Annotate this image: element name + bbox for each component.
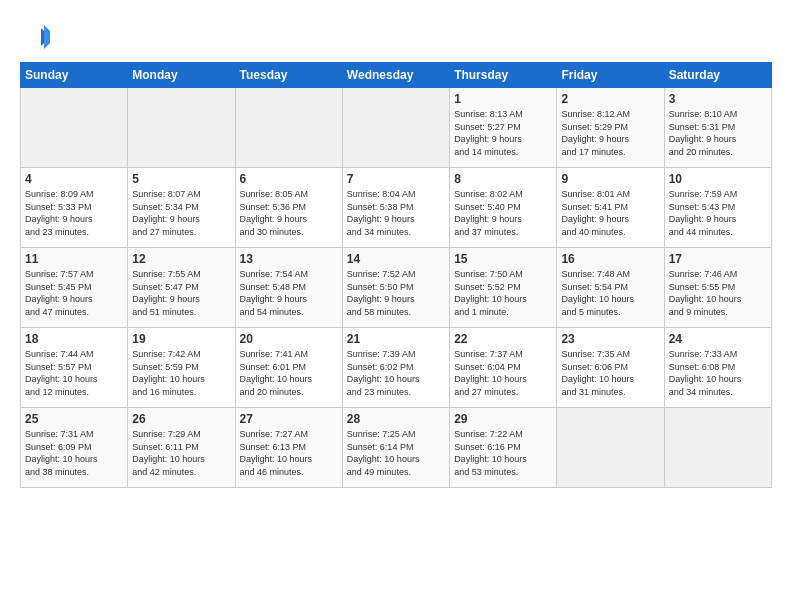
header-row: Sunday Monday Tuesday Wednesday Thursday…	[21, 63, 772, 88]
calendar-cell	[557, 408, 664, 488]
cell-info: Sunrise: 7:29 AM Sunset: 6:11 PM Dayligh…	[132, 428, 230, 478]
cell-info: Sunrise: 8:12 AM Sunset: 5:29 PM Dayligh…	[561, 108, 659, 158]
calendar-cell: 15Sunrise: 7:50 AM Sunset: 5:52 PM Dayli…	[450, 248, 557, 328]
calendar-cell: 1Sunrise: 8:13 AM Sunset: 5:27 PM Daylig…	[450, 88, 557, 168]
day-number: 4	[25, 172, 123, 186]
day-number: 16	[561, 252, 659, 266]
cell-info: Sunrise: 7:50 AM Sunset: 5:52 PM Dayligh…	[454, 268, 552, 318]
calendar-week-2: 4Sunrise: 8:09 AM Sunset: 5:33 PM Daylig…	[21, 168, 772, 248]
calendar-cell: 19Sunrise: 7:42 AM Sunset: 5:59 PM Dayli…	[128, 328, 235, 408]
day-number: 15	[454, 252, 552, 266]
day-number: 5	[132, 172, 230, 186]
col-monday: Monday	[128, 63, 235, 88]
calendar-cell: 12Sunrise: 7:55 AM Sunset: 5:47 PM Dayli…	[128, 248, 235, 328]
col-tuesday: Tuesday	[235, 63, 342, 88]
calendar-cell: 7Sunrise: 8:04 AM Sunset: 5:38 PM Daylig…	[342, 168, 449, 248]
cell-info: Sunrise: 7:33 AM Sunset: 6:08 PM Dayligh…	[669, 348, 767, 398]
cell-info: Sunrise: 8:04 AM Sunset: 5:38 PM Dayligh…	[347, 188, 445, 238]
calendar-table: Sunday Monday Tuesday Wednesday Thursday…	[20, 62, 772, 488]
calendar-body: 1Sunrise: 8:13 AM Sunset: 5:27 PM Daylig…	[21, 88, 772, 488]
svg-marker-1	[44, 25, 50, 49]
day-number: 20	[240, 332, 338, 346]
day-number: 21	[347, 332, 445, 346]
calendar-week-3: 11Sunrise: 7:57 AM Sunset: 5:45 PM Dayli…	[21, 248, 772, 328]
col-friday: Friday	[557, 63, 664, 88]
calendar-cell: 18Sunrise: 7:44 AM Sunset: 5:57 PM Dayli…	[21, 328, 128, 408]
cell-info: Sunrise: 7:48 AM Sunset: 5:54 PM Dayligh…	[561, 268, 659, 318]
calendar-cell: 17Sunrise: 7:46 AM Sunset: 5:55 PM Dayli…	[664, 248, 771, 328]
calendar-cell: 29Sunrise: 7:22 AM Sunset: 6:16 PM Dayli…	[450, 408, 557, 488]
calendar-cell: 26Sunrise: 7:29 AM Sunset: 6:11 PM Dayli…	[128, 408, 235, 488]
calendar-cell	[342, 88, 449, 168]
day-number: 25	[25, 412, 123, 426]
cell-info: Sunrise: 7:39 AM Sunset: 6:02 PM Dayligh…	[347, 348, 445, 398]
day-number: 6	[240, 172, 338, 186]
day-number: 23	[561, 332, 659, 346]
cell-info: Sunrise: 8:09 AM Sunset: 5:33 PM Dayligh…	[25, 188, 123, 238]
calendar-cell: 27Sunrise: 7:27 AM Sunset: 6:13 PM Dayli…	[235, 408, 342, 488]
header	[20, 20, 772, 52]
col-wednesday: Wednesday	[342, 63, 449, 88]
calendar-cell: 24Sunrise: 7:33 AM Sunset: 6:08 PM Dayli…	[664, 328, 771, 408]
calendar-cell	[664, 408, 771, 488]
cell-info: Sunrise: 8:13 AM Sunset: 5:27 PM Dayligh…	[454, 108, 552, 158]
cell-info: Sunrise: 8:10 AM Sunset: 5:31 PM Dayligh…	[669, 108, 767, 158]
calendar-cell: 14Sunrise: 7:52 AM Sunset: 5:50 PM Dayli…	[342, 248, 449, 328]
calendar-cell: 6Sunrise: 8:05 AM Sunset: 5:36 PM Daylig…	[235, 168, 342, 248]
calendar-cell: 22Sunrise: 7:37 AM Sunset: 6:04 PM Dayli…	[450, 328, 557, 408]
day-number: 8	[454, 172, 552, 186]
cell-info: Sunrise: 7:52 AM Sunset: 5:50 PM Dayligh…	[347, 268, 445, 318]
cell-info: Sunrise: 7:25 AM Sunset: 6:14 PM Dayligh…	[347, 428, 445, 478]
calendar-cell: 28Sunrise: 7:25 AM Sunset: 6:14 PM Dayli…	[342, 408, 449, 488]
calendar-cell: 10Sunrise: 7:59 AM Sunset: 5:43 PM Dayli…	[664, 168, 771, 248]
calendar-cell: 25Sunrise: 7:31 AM Sunset: 6:09 PM Dayli…	[21, 408, 128, 488]
cell-info: Sunrise: 7:35 AM Sunset: 6:06 PM Dayligh…	[561, 348, 659, 398]
day-number: 7	[347, 172, 445, 186]
day-number: 17	[669, 252, 767, 266]
cell-info: Sunrise: 7:54 AM Sunset: 5:48 PM Dayligh…	[240, 268, 338, 318]
calendar-week-1: 1Sunrise: 8:13 AM Sunset: 5:27 PM Daylig…	[21, 88, 772, 168]
day-number: 27	[240, 412, 338, 426]
calendar-cell: 21Sunrise: 7:39 AM Sunset: 6:02 PM Dayli…	[342, 328, 449, 408]
day-number: 10	[669, 172, 767, 186]
calendar-cell: 9Sunrise: 8:01 AM Sunset: 5:41 PM Daylig…	[557, 168, 664, 248]
day-number: 9	[561, 172, 659, 186]
col-saturday: Saturday	[664, 63, 771, 88]
cell-info: Sunrise: 8:07 AM Sunset: 5:34 PM Dayligh…	[132, 188, 230, 238]
cell-info: Sunrise: 7:31 AM Sunset: 6:09 PM Dayligh…	[25, 428, 123, 478]
day-number: 19	[132, 332, 230, 346]
day-number: 29	[454, 412, 552, 426]
cell-info: Sunrise: 7:42 AM Sunset: 5:59 PM Dayligh…	[132, 348, 230, 398]
day-number: 24	[669, 332, 767, 346]
calendar-cell	[235, 88, 342, 168]
day-number: 11	[25, 252, 123, 266]
cell-info: Sunrise: 7:22 AM Sunset: 6:16 PM Dayligh…	[454, 428, 552, 478]
cell-info: Sunrise: 7:57 AM Sunset: 5:45 PM Dayligh…	[25, 268, 123, 318]
day-number: 13	[240, 252, 338, 266]
cell-info: Sunrise: 7:44 AM Sunset: 5:57 PM Dayligh…	[25, 348, 123, 398]
day-number: 22	[454, 332, 552, 346]
day-number: 26	[132, 412, 230, 426]
calendar-header: Sunday Monday Tuesday Wednesday Thursday…	[21, 63, 772, 88]
calendar-cell	[21, 88, 128, 168]
day-number: 3	[669, 92, 767, 106]
calendar-cell: 23Sunrise: 7:35 AM Sunset: 6:06 PM Dayli…	[557, 328, 664, 408]
col-sunday: Sunday	[21, 63, 128, 88]
cell-info: Sunrise: 7:37 AM Sunset: 6:04 PM Dayligh…	[454, 348, 552, 398]
day-number: 28	[347, 412, 445, 426]
cell-info: Sunrise: 7:55 AM Sunset: 5:47 PM Dayligh…	[132, 268, 230, 318]
calendar-cell: 3Sunrise: 8:10 AM Sunset: 5:31 PM Daylig…	[664, 88, 771, 168]
calendar-cell: 4Sunrise: 8:09 AM Sunset: 5:33 PM Daylig…	[21, 168, 128, 248]
cell-info: Sunrise: 7:59 AM Sunset: 5:43 PM Dayligh…	[669, 188, 767, 238]
cell-info: Sunrise: 8:05 AM Sunset: 5:36 PM Dayligh…	[240, 188, 338, 238]
calendar-cell: 11Sunrise: 7:57 AM Sunset: 5:45 PM Dayli…	[21, 248, 128, 328]
day-number: 1	[454, 92, 552, 106]
day-number: 12	[132, 252, 230, 266]
day-number: 14	[347, 252, 445, 266]
calendar-cell: 13Sunrise: 7:54 AM Sunset: 5:48 PM Dayli…	[235, 248, 342, 328]
logo-icon	[20, 22, 50, 52]
main-container: Sunday Monday Tuesday Wednesday Thursday…	[0, 0, 792, 498]
cell-info: Sunrise: 7:41 AM Sunset: 6:01 PM Dayligh…	[240, 348, 338, 398]
calendar-cell: 2Sunrise: 8:12 AM Sunset: 5:29 PM Daylig…	[557, 88, 664, 168]
cell-info: Sunrise: 7:27 AM Sunset: 6:13 PM Dayligh…	[240, 428, 338, 478]
